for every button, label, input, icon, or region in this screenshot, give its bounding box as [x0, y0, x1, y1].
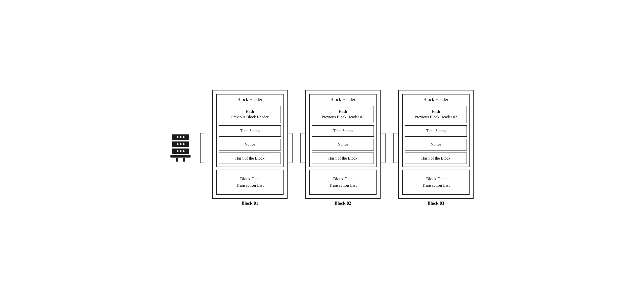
block-03-wrapper: Block Header HashPrevious Block Header 0…	[398, 90, 474, 206]
bracket-left-2	[300, 133, 305, 163]
block-01-wrapper: Block Header HashPrevious Block Header T…	[212, 90, 288, 206]
block-02-block-hash: Hash of the Block	[312, 153, 374, 164]
server-dot	[183, 136, 185, 138]
block-03-header-section: Block Header HashPrevious Block Header 0…	[402, 94, 470, 167]
block01-to-block02-connector	[288, 133, 305, 163]
server-unit-1	[172, 134, 189, 140]
connector-line-mid	[293, 148, 300, 148]
server-stack	[172, 134, 189, 154]
server-legs	[176, 158, 185, 162]
bracket-right-1	[288, 133, 293, 163]
server-to-block01-connector	[200, 133, 213, 163]
block-02-prev-hash: HashPrevious Block Header 01	[312, 106, 374, 123]
server-leg-right	[183, 158, 185, 162]
server-dot	[177, 136, 178, 138]
block-03-timestamp: Time Stamp	[405, 125, 467, 137]
server-dot	[180, 136, 181, 138]
block-01-block-hash: Hash of the Block	[219, 153, 281, 164]
block-02-data-section: Block DataTransaction List	[309, 170, 377, 195]
server-base	[170, 155, 191, 158]
block-01-timestamp: Time Stamp	[219, 125, 281, 137]
server-icon	[170, 134, 191, 162]
server-leg-left	[176, 158, 178, 162]
blockchain-diagram: Block Header HashPrevious Block Header T…	[170, 90, 474, 206]
block-01-data-section: Block DataTransaction List	[216, 170, 284, 195]
bracket-left-3	[393, 133, 398, 163]
block-02-timestamp: Time Stamp	[312, 125, 374, 137]
block-03-data-section: Block DataTransaction List	[402, 170, 470, 195]
server-dot	[180, 150, 181, 152]
server-dot	[177, 143, 178, 145]
server-unit-3	[172, 149, 189, 154]
block-02-label: Block 02	[335, 201, 351, 206]
block-02-nonce: Nonce	[312, 139, 374, 150]
block-03-header-title: Block Header	[405, 97, 467, 104]
server-dot	[177, 150, 178, 152]
block-02-header-section: Block Header HashPrevious Block Header 0…	[309, 94, 377, 167]
block-01-header-title: Block Header	[219, 97, 281, 104]
block-02-wrapper: Block Header HashPrevious Block Header 0…	[305, 90, 381, 206]
block-02-container: Block Header HashPrevious Block Header 0…	[305, 90, 381, 199]
block-02-header-title: Block Header	[312, 97, 374, 104]
connector-line	[205, 148, 213, 148]
bracket-right-2	[381, 133, 386, 163]
block-01-prev-hash: HashPrevious Block Header	[219, 106, 281, 123]
block-01-container: Block Header HashPrevious Block Header T…	[212, 90, 288, 199]
server-dot	[183, 150, 185, 152]
block-01-nonce: Nonce	[219, 139, 281, 150]
block-03-nonce: Nonce	[405, 139, 467, 150]
block-01-header-section: Block Header HashPrevious Block Header T…	[216, 94, 284, 167]
block-03-container: Block Header HashPrevious Block Header 0…	[398, 90, 474, 199]
server-dot	[183, 143, 185, 145]
block-03-prev-hash: HashPrevious Block Header 02	[405, 106, 467, 123]
block-01-label: Block 01	[242, 201, 258, 206]
bracket-left	[200, 133, 205, 163]
server-dot	[180, 143, 181, 145]
server-unit-2	[172, 141, 189, 147]
block-03-block-hash: Hash of the Block	[405, 153, 467, 164]
connector-line-mid2	[386, 148, 393, 148]
block-03-label: Block 03	[428, 201, 444, 206]
block02-to-block03-connector	[381, 133, 398, 163]
